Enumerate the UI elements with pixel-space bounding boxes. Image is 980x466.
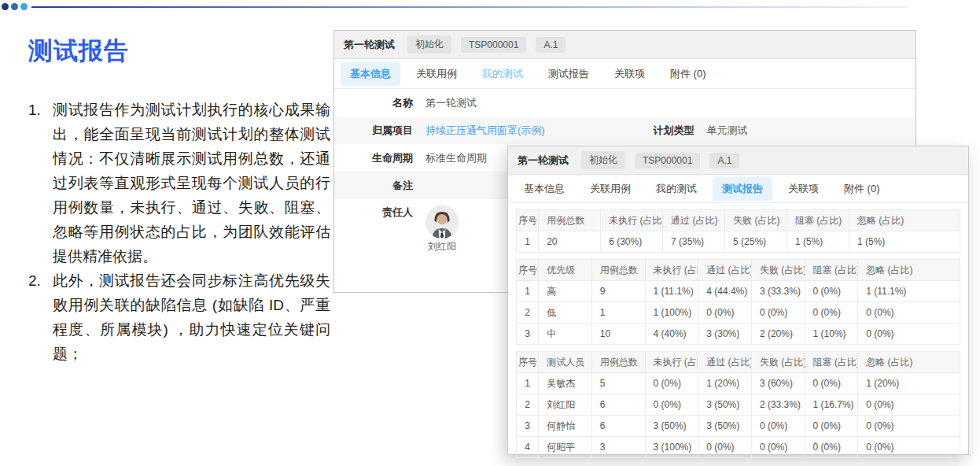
- column-header: 未执行 (占比): [601, 210, 663, 231]
- table-cell: 0 (0%): [805, 373, 858, 394]
- tab-test-report[interactable]: 测试报告: [539, 62, 599, 86]
- column-header: 忽略 (占比): [849, 210, 960, 231]
- column-header: 未执行 (占比): [645, 260, 698, 281]
- page-title: 测试报告: [28, 35, 330, 68]
- table-cell: 高: [539, 281, 592, 302]
- tab-bar: 基本信息 关联用例 我的测试 测试报告 关联项 附件 (0): [508, 175, 968, 203]
- dot-dark-icon: [2, 3, 9, 10]
- name-value: 第一轮测试: [426, 96, 477, 110]
- column-header: 阻塞 (占比): [805, 260, 858, 281]
- table-header-row: 序号测试人员用例总数未执行 (占比)通过 (占比)失败 (占比)阻塞 (占比)忽…: [517, 352, 960, 373]
- table-row: 1高91 (11.1%)4 (44.4%)3 (33.3%)0 (0%)1 (1…: [517, 281, 960, 302]
- table-cell: 0 (0%): [858, 394, 960, 416]
- tab-attachments[interactable]: 附件 (0): [834, 177, 890, 201]
- list-item: 2. 此外，测试报告还会同步标注高优先级失败用例关联的缺陷信息 (如缺陷 ID、…: [28, 268, 330, 366]
- tab-my-tests[interactable]: 我的测试: [647, 177, 706, 201]
- table-cell: 0 (0%): [751, 302, 805, 324]
- dot-mid-icon: [11, 3, 18, 10]
- version-badge: A.1: [709, 153, 739, 168]
- column-header: 失败 (占比): [725, 210, 787, 231]
- column-header: 序号: [517, 260, 539, 281]
- test-report-panel: 第一轮测试 初始化 TSP000001 A.1 基本信息 关联用例 我的测试 测…: [507, 146, 969, 455]
- table-cell: 1: [517, 231, 539, 253]
- tab-attachments[interactable]: 附件 (0): [661, 62, 716, 86]
- tab-linked-items[interactable]: 关联项: [605, 62, 654, 86]
- table-cell: 1: [517, 281, 539, 302]
- table-cell: 0 (0%): [698, 437, 752, 458]
- person-avatar-icon: [426, 205, 459, 239]
- tab-basic-info[interactable]: 基本信息: [341, 62, 400, 86]
- table-cell: 0 (0%): [858, 437, 960, 458]
- tab-bar: 基本信息 关联用例 我的测试 测试报告 关联项 附件 (0): [334, 59, 916, 89]
- field-row-project: 归属项目 持续正压通气用面罩(示例) 计划类型 单元测试: [334, 116, 916, 144]
- table-cell: 6: [591, 394, 645, 416]
- table-cell: 3 (50%): [698, 416, 752, 437]
- table-cell: 1 (20%): [698, 373, 752, 394]
- lifecycle-label: 生命周期: [344, 151, 413, 165]
- column-header: 忽略 (占比): [858, 352, 960, 373]
- overall-stats-table: 序号用例总数未执行 (占比)通过 (占比)失败 (占比)阻塞 (占比)忽略 (占…: [516, 209, 960, 253]
- column-header: 失败 (占比): [751, 260, 805, 281]
- table-cell: 0 (0%): [858, 324, 960, 345]
- table-cell: 1 (20%): [858, 373, 960, 394]
- table-cell: 3 (50%): [698, 394, 752, 416]
- table-cell: 0 (0%): [645, 373, 698, 394]
- table-cell: 0 (0%): [805, 281, 858, 302]
- table-cell: 1 (100%): [645, 302, 698, 324]
- record-id-badge: TSP000001: [461, 37, 526, 53]
- column-header: 未执行 (占比): [645, 352, 698, 373]
- table-row: 3中104 (40%)3 (30%)2 (20%)1 (10%)0 (0%): [517, 324, 960, 345]
- remark-label: 备注: [344, 179, 413, 193]
- table-cell: 3 (60%): [751, 373, 805, 394]
- project-link[interactable]: 持续正压通气用面罩(示例): [426, 124, 545, 138]
- tab-basic-info[interactable]: 基本信息: [514, 177, 574, 201]
- column-header: 阻塞 (占比): [805, 352, 858, 373]
- table-cell: 9: [591, 281, 645, 302]
- table-cell: 低: [539, 302, 592, 324]
- table-row: 2低11 (100%)0 (0%)0 (0%)0 (0%)0 (0%): [517, 302, 960, 324]
- project-label: 归属项目: [344, 124, 413, 138]
- list-item-text: 测试报告作为测试计划执行的核心成果输出，能全面呈现当前测试计划的整体测试情况：不…: [53, 98, 330, 268]
- dot-light-icon: [20, 3, 28, 10]
- list-item-text: 此外，测试报告还会同步标注高优先级失败用例关联的缺陷信息 (如缺陷 ID、严重程…: [53, 268, 330, 366]
- column-header: 用例总数: [539, 210, 601, 231]
- table-cell: 6 (30%): [601, 231, 663, 253]
- tab-linked-cases[interactable]: 关联用例: [407, 62, 466, 86]
- table-cell: 0 (0%): [805, 416, 858, 437]
- name-label: 名称: [344, 96, 413, 110]
- list-item-number: 1.: [28, 98, 53, 268]
- column-header: 用例总数: [591, 260, 645, 281]
- column-header: 测试人员: [539, 352, 592, 373]
- table-cell: 20: [539, 231, 601, 253]
- slide-text-column: 测试报告 1. 测试报告作为测试计划执行的核心成果输出，能全面呈现当前测试计划的…: [28, 35, 330, 366]
- list-item: 1. 测试报告作为测试计划执行的核心成果输出，能全面呈现当前测试计划的整体测试情…: [28, 98, 330, 268]
- lifecycle-value: 标准生命周期: [426, 151, 487, 165]
- tab-linked-items[interactable]: 关联项: [779, 177, 828, 201]
- tab-test-report[interactable]: 测试报告: [713, 177, 772, 201]
- column-header: 序号: [517, 210, 539, 231]
- report-body: 序号用例总数未执行 (占比)通过 (占比)失败 (占比)阻塞 (占比)忽略 (占…: [508, 203, 968, 464]
- table-cell: 3 (100%): [645, 437, 698, 458]
- table-cell: 0 (0%): [805, 437, 858, 458]
- table-cell: 1 (5%): [787, 231, 849, 253]
- table-row: 2刘红阳60 (0%)3 (50%)2 (33.3%)1 (16.7%)0 (0…: [517, 394, 960, 416]
- column-header: 通过 (占比): [663, 210, 725, 231]
- column-header: 通过 (占比): [698, 260, 752, 281]
- table-cell: 2 (20%): [751, 324, 805, 345]
- table-cell: 4 (40%): [645, 324, 698, 345]
- table-cell: 0 (0%): [645, 394, 698, 416]
- numbered-list: 1. 测试报告作为测试计划执行的核心成果输出，能全面呈现当前测试计划的整体测试情…: [28, 98, 330, 366]
- status-badge: 初始化: [407, 35, 451, 54]
- table-cell: 3 (50%): [645, 416, 698, 437]
- table-cell: 3: [517, 324, 539, 345]
- table-cell: 1 (10%): [805, 324, 858, 345]
- divider-line: [31, 6, 908, 8]
- plan-type-label: 计划类型: [625, 124, 694, 138]
- tab-my-tests[interactable]: 我的测试: [473, 62, 532, 86]
- table-cell: 1 (5%): [849, 231, 960, 253]
- tab-linked-cases[interactable]: 关联用例: [580, 177, 640, 201]
- table-cell: 2: [517, 394, 539, 416]
- owner-name: 刘红阳: [428, 240, 456, 253]
- plan-type-value: 单元测试: [707, 124, 748, 138]
- table-cell: 0 (0%): [858, 416, 960, 437]
